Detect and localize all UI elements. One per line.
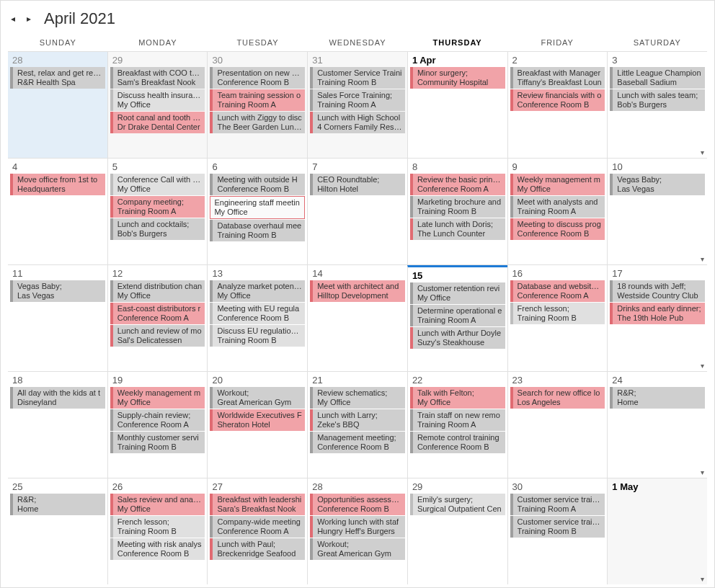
calendar-event[interactable]: Emily's surgery;Surgical Outpatient Cen: [410, 494, 505, 515]
calendar-event[interactable]: Sales Force Training;Training Room A: [310, 89, 405, 111]
day-cell[interactable]: 25R&R;Home: [8, 478, 107, 584]
calendar-event[interactable]: Company meeting;Training Room A: [110, 196, 205, 218]
calendar-event[interactable]: R&R;Home: [10, 494, 105, 515]
calendar-event[interactable]: Breakfast with COO to dSam's Breakfast N…: [110, 67, 205, 89]
day-cell[interactable]: 4Move office from 1st toHeadquarters: [8, 159, 107, 264]
day-cell[interactable]: 5Conference Call with LEMy OfficeCompany…: [107, 159, 208, 264]
calendar-event[interactable]: Lunch and cocktails;Bob's Burgers: [110, 218, 205, 240]
calendar-event[interactable]: Minor surgery;Community Hospital: [410, 67, 505, 89]
day-cell[interactable]: 16Database and website reConference Room…: [507, 265, 608, 371]
more-events-button[interactable]: ▾: [701, 468, 704, 476]
day-cell[interactable]: 10Vegas Baby;Las Vegas▾: [607, 159, 707, 264]
day-cell[interactable]: 19Weekly management mMy OfficeSupply-cha…: [107, 372, 208, 478]
calendar-event[interactable]: All day with the kids at tDisneyland: [10, 387, 105, 409]
calendar-event[interactable]: Review schematics;My Office: [310, 387, 405, 409]
calendar-event[interactable]: Breakfast with leadershiSara's Breakfast…: [210, 494, 305, 515]
calendar-event[interactable]: 18 rounds with Jeff;Westside Country Clu…: [610, 280, 705, 302]
calendar-event[interactable]: Move office from 1st toHeadquarters: [10, 174, 105, 195]
day-cell[interactable]: 11Vegas Baby;Las Vegas: [8, 265, 107, 371]
day-cell[interactable]: 23Search for new office loLos Angeles: [507, 372, 608, 478]
day-cell[interactable]: 14Meet with architect andHilltop Develop…: [307, 265, 407, 371]
more-events-button[interactable]: ▾: [701, 148, 704, 156]
day-cell[interactable]: 13Analyze market potentiaMy OfficeMeetin…: [207, 265, 307, 371]
day-cell[interactable]: 3Little League ChampionBaseball SadiumLu…: [607, 52, 707, 158]
day-cell[interactable]: 26Sales review and analysiMy OfficeFrenc…: [107, 478, 208, 584]
day-cell[interactable]: 30Customer service traininTraining Room …: [507, 478, 608, 584]
calendar-event[interactable]: Talk with Felton;My Office: [410, 387, 505, 409]
day-cell[interactable]: 15Customer retention reviMy OfficeDeterm…: [407, 265, 507, 371]
calendar-event[interactable]: Lunch and review of moSal's Delicatessen: [110, 325, 205, 347]
calendar-event[interactable]: Root canal and tooth cleDr Drake Dental …: [110, 112, 205, 133]
calendar-event[interactable]: Workout;Great American Gym: [310, 538, 405, 560]
day-cell[interactable]: 27Breakfast with leadershiSara's Breakfa…: [207, 478, 307, 584]
calendar-event[interactable]: Weekly management mMy Office: [110, 387, 205, 409]
calendar-event[interactable]: CEO Roundtable;Hilton Hotel: [310, 174, 405, 195]
calendar-event[interactable]: Workout;Great American Gym: [210, 387, 305, 409]
day-cell[interactable]: 12Extend distribution chanMy OfficeEast-…: [107, 265, 208, 371]
calendar-event[interactable]: Management meeting;Conference Room B: [310, 432, 405, 453]
calendar-event[interactable]: Review financials with oConference Room …: [510, 89, 605, 111]
calendar-event[interactable]: Meeting to discuss progConference Room B: [510, 218, 605, 240]
day-cell[interactable]: 9Weekly management mMy OfficeMeet with a…: [507, 159, 608, 264]
day-cell[interactable]: 28Rest, relax and get readyR&R Health Sp…: [8, 52, 107, 158]
day-cell[interactable]: 29Emily's surgery;Surgical Outpatient Ce…: [407, 478, 507, 584]
calendar-event[interactable]: Meeting with outside HConference Room B: [210, 174, 305, 195]
calendar-event[interactable]: Database overhaul meeTraining Room B: [210, 220, 305, 241]
day-cell[interactable]: 29Breakfast with COO to dSam's Breakfast…: [107, 52, 208, 158]
calendar-event[interactable]: Search for new office loLos Angeles: [510, 387, 605, 409]
day-cell[interactable]: 1718 rounds with Jeff;Westside Country C…: [607, 265, 707, 371]
day-cell[interactable]: 22Talk with Felton;My OfficeTrain staff …: [407, 372, 507, 478]
calendar-event[interactable]: Conference Call with LEMy Office: [110, 174, 205, 195]
calendar-event[interactable]: Weekly management mMy Office: [510, 174, 605, 195]
calendar-event[interactable]: Train staff on new remoTraining Room A: [410, 409, 505, 431]
day-cell[interactable]: 31Customer Service TrainiTraining Room B…: [307, 52, 407, 158]
day-cell[interactable]: 2Breakfast with ManagerTiffany's Breakfa…: [507, 52, 608, 158]
calendar-event[interactable]: Extend distribution chanMy Office: [110, 280, 205, 302]
more-events-button[interactable]: ▾: [701, 255, 704, 263]
next-month-button[interactable]: ▸: [24, 12, 34, 25]
more-events-button[interactable]: ▾: [701, 362, 704, 370]
calendar-event[interactable]: Analyze market potentiaMy Office: [210, 280, 305, 302]
calendar-event[interactable]: Supply-chain review;Conference Room A: [110, 409, 205, 431]
calendar-event[interactable]: Database and website reConference Room A: [510, 280, 605, 302]
calendar-event[interactable]: Late lunch with Doris;The Lunch Counter: [410, 218, 505, 240]
calendar-event[interactable]: Monthly customer serviTraining Room B: [110, 432, 205, 453]
day-cell[interactable]: 7CEO Roundtable;Hilton Hotel: [307, 159, 407, 264]
calendar-event[interactable]: Opportunities assessmeConference Room B: [310, 494, 405, 515]
calendar-event[interactable]: Remote control trainingConference Room B: [410, 432, 505, 453]
calendar-event[interactable]: Lunch with Ziggy to discThe Beer Garden …: [210, 112, 305, 133]
calendar-event[interactable]: Customer service traininTraining Room A: [510, 494, 605, 515]
calendar-event[interactable]: Company-wide meetingConference Room A: [210, 516, 305, 538]
calendar-event[interactable]: Discuss health insuranceMy Office: [110, 89, 205, 111]
calendar-event[interactable]: Lunch with Arthur DoyleSuzy's Steakhouse: [410, 327, 505, 349]
calendar-event[interactable]: Engineering staff meetinMy Office: [210, 196, 305, 219]
calendar-event[interactable]: Breakfast with ManagerTiffany's Breakfas…: [510, 67, 605, 89]
calendar-event[interactable]: Drinks and early dinner;The 19th Hole Pu…: [610, 303, 705, 324]
calendar-event[interactable]: Lunch with Larry;Zeke's BBQ: [310, 409, 405, 431]
calendar-event[interactable]: Little League ChampionBaseball Sadium: [610, 67, 705, 89]
day-cell[interactable]: 8Review the basic principConference Room…: [407, 159, 507, 264]
more-events-button[interactable]: ▾: [701, 575, 704, 583]
calendar-event[interactable]: Sales review and analysiMy Office: [110, 494, 205, 515]
calendar-event[interactable]: Worldwide Executives FSheraton Hotel: [210, 409, 305, 431]
calendar-event[interactable]: Review the basic principConference Room …: [410, 174, 505, 195]
calendar-event[interactable]: R&R;Home: [610, 387, 705, 409]
day-cell[interactable]: 18All day with the kids at tDisneyland: [8, 372, 107, 478]
calendar-event[interactable]: Meet with analysts andTraining Room A: [510, 196, 605, 218]
calendar-event[interactable]: Marketing brochure andTraining Room B: [410, 196, 505, 218]
calendar-event[interactable]: East-coast distributors rConference Room…: [110, 303, 205, 324]
calendar-event[interactable]: Team training session oTraining Room A: [210, 89, 305, 111]
calendar-event[interactable]: Determine operational eTraining Room A: [410, 305, 505, 326]
calendar-event[interactable]: Customer service traininTraining Room B: [510, 516, 605, 538]
calendar-event[interactable]: Meeting with risk analysConference Room …: [110, 538, 205, 560]
calendar-event[interactable]: Lunch with sales team;Bob's Burgers: [610, 89, 705, 111]
prev-month-button[interactable]: ◂: [8, 12, 18, 25]
day-cell[interactable]: 28Opportunities assessmeConference Room …: [307, 478, 407, 584]
calendar-event[interactable]: French lesson;Training Room B: [510, 303, 605, 324]
calendar-event[interactable]: Lunch with Paul;Breckenridge Seafood: [210, 538, 305, 560]
calendar-event[interactable]: Vegas Baby;Las Vegas: [610, 174, 705, 195]
calendar-event[interactable]: Customer Service TrainiTraining Room B: [310, 67, 405, 89]
calendar-event[interactable]: Customer retention reviMy Office: [410, 282, 505, 304]
calendar-event[interactable]: Meeting with EU regulaConference Room B: [210, 303, 305, 324]
calendar-event[interactable]: French lesson;Training Room B: [110, 516, 205, 538]
